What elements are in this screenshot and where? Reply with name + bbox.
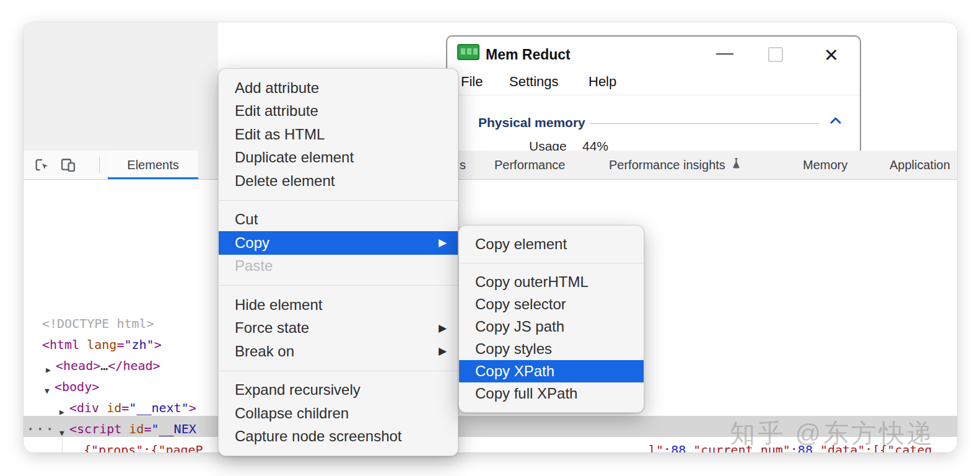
memreduct-titlebar: Mem Reduct — ✕ (447, 37, 860, 68)
dom-node-text: <script id="__NEX (69, 420, 196, 438)
usage-value: 44% (582, 139, 608, 151)
close-button[interactable]: ✕ (820, 45, 842, 66)
submenu-item-copy-styles[interactable]: Copy styles (459, 338, 644, 360)
dom-node-text: <body> (55, 377, 99, 396)
menu-item-paste: Paste (219, 255, 458, 278)
submenu-item-copy-outerhtml[interactable]: Copy outerHTML (459, 271, 644, 293)
tab-s[interactable]: s (460, 151, 466, 179)
menu-item-edit-as-html[interactable]: Edit as HTML (219, 123, 458, 146)
menu-separator (219, 200, 458, 201)
copy-submenu: Copy elementCopy outerHTMLCopy selectorC… (458, 225, 644, 413)
menu-item-add-attribute[interactable]: Add attribute (219, 76, 458, 100)
devtools-toolbar (24, 151, 108, 179)
memreduct-menubar: File Settings Help (447, 69, 860, 95)
menu-item-label: Copy styles (475, 340, 552, 358)
twisty-expanded-icon[interactable]: ▼ (45, 382, 50, 400)
menu-item-label: Force state (235, 319, 309, 337)
menu-item-delete-element[interactable]: Delete element (219, 169, 458, 193)
menu-item-label: Expand recursively (235, 381, 361, 399)
twisty-expanded-icon[interactable]: ▼ (59, 424, 64, 443)
toolbar-separator (99, 157, 100, 173)
submenu-item-copy-full-xpath[interactable]: Copy full XPath (459, 382, 644, 405)
submenu-item-copy-js-path[interactable]: Copy JS path (459, 315, 644, 338)
device-toolbar-icon[interactable] (59, 156, 77, 174)
dom-node-text: <!DOCTYPE html> (42, 314, 154, 333)
maximize-button[interactable] (768, 47, 783, 62)
menu-item-label: Cut (235, 211, 258, 228)
menu-item-copy[interactable]: Copy▶ (219, 231, 458, 255)
menu-item-label: Collapse children (235, 405, 349, 422)
menu-separator (219, 285, 458, 286)
physical-memory-group-label: Physical memory (478, 115, 585, 130)
usage-label: Usage (529, 139, 567, 151)
collapse-chevron-icon[interactable] (830, 117, 841, 128)
tab-label: Memory (803, 158, 847, 172)
tab-label: Application (890, 158, 950, 172)
menu-item-label: Copy JS path (475, 318, 564, 335)
tab-memory[interactable]: Memory (803, 151, 847, 179)
menu-item-collapse-children[interactable]: Collapse children (219, 402, 458, 425)
menu-item-force-state[interactable]: Force state▶ (219, 317, 458, 340)
menu-item-label: Paste (235, 257, 273, 275)
submenu-arrow-icon: ▶ (439, 236, 447, 249)
memreduct-window-title: Mem Reduct (486, 46, 571, 63)
menu-item-label: Edit as HTML (235, 126, 325, 143)
submenu-item-copy-xpath[interactable]: Copy XPath (459, 360, 644, 382)
tab-elements[interactable]: Elements (108, 151, 198, 179)
menu-item-label: Copy XPath (475, 363, 554, 380)
watermark: 知乎 @东方快递 (730, 416, 935, 451)
dom-node-text: <div id="__next"> (69, 399, 196, 417)
script-code-fragment: {"props":{"pageP (84, 441, 203, 452)
menu-item-label: Duplicate element (235, 149, 354, 166)
menu-item-label: Hide element (235, 296, 322, 314)
minimize-button[interactable]: — (714, 43, 736, 63)
submenu-item-copy-selector[interactable]: Copy selector (459, 293, 644, 315)
tab-label: s (460, 158, 466, 172)
tab-label: Performance insights (609, 158, 725, 172)
tab-label: Elements (127, 158, 178, 172)
menu-item-break-on[interactable]: Break on▶ (219, 340, 458, 363)
memreduct-window: Mem Reduct — ✕ File Settings Help Physic… (446, 35, 861, 151)
screenshot-root: { "memreduct": { "title": "Mem Reduct", … (0, 0, 980, 476)
page-background-block (24, 22, 218, 151)
menu-item-label: Copy outerHTML (475, 273, 588, 291)
menu-separator (459, 263, 644, 263)
memreduct-menu-settings[interactable]: Settings (509, 74, 559, 90)
dom-node-text: <head>…</head> (56, 356, 160, 375)
memreduct-menu-file[interactable]: File (461, 74, 483, 90)
menu-separator (219, 371, 458, 371)
menu-item-label: Copy selector (475, 296, 566, 313)
inspect-icon[interactable] (33, 156, 51, 174)
twisty-collapsed-icon[interactable]: ▶ (59, 403, 64, 421)
menu-item-hide-element[interactable]: Hide element (219, 293, 458, 317)
menu-item-label: Copy full XPath (475, 385, 577, 402)
devtools-tabbar: ElementssPerformancePerformance insights… (24, 151, 957, 180)
menu-item-label: Break on (235, 343, 294, 360)
tab-application[interactable]: Application (890, 151, 950, 179)
submenu-item-copy-element[interactable]: Copy element (459, 233, 644, 255)
submenu-arrow-icon: ▶ (439, 345, 447, 358)
menu-item-label: Delete element (235, 172, 335, 190)
submenu-arrow-icon: ▶ (439, 322, 447, 335)
twisty-collapsed-icon[interactable]: ▶ (46, 361, 51, 379)
memreduct-ram-icon (457, 44, 479, 60)
element-context-menu: Add attributeEdit attributeEdit as HTMLD… (218, 68, 458, 456)
menu-item-label: Copy element (475, 236, 567, 253)
tab-label: Performance (494, 158, 566, 172)
memreduct-menu-help[interactable]: Help (588, 74, 616, 90)
menu-item-label: Copy (235, 234, 269, 252)
group-divider (590, 123, 819, 124)
menu-item-capture-node-screenshot[interactable]: Capture node screenshot (219, 425, 458, 449)
flask-icon (731, 157, 742, 172)
menu-item-edit-attribute[interactable]: Edit attribute (219, 100, 458, 123)
menu-item-expand-recursively[interactable]: Expand recursively (219, 379, 458, 402)
menu-item-label: Add attribute (235, 79, 319, 97)
menu-item-label: Capture node screenshot (235, 428, 402, 445)
tab-performance[interactable]: Performance (494, 151, 566, 179)
dom-node-text: <html lang="zh"> (42, 335, 162, 354)
menu-item-cut[interactable]: Cut (219, 208, 458, 232)
menu-item-duplicate-element[interactable]: Duplicate element (219, 146, 458, 170)
menu-item-label: Edit attribute (235, 102, 318, 120)
tab-performance-insights[interactable]: Performance insights (609, 151, 742, 179)
